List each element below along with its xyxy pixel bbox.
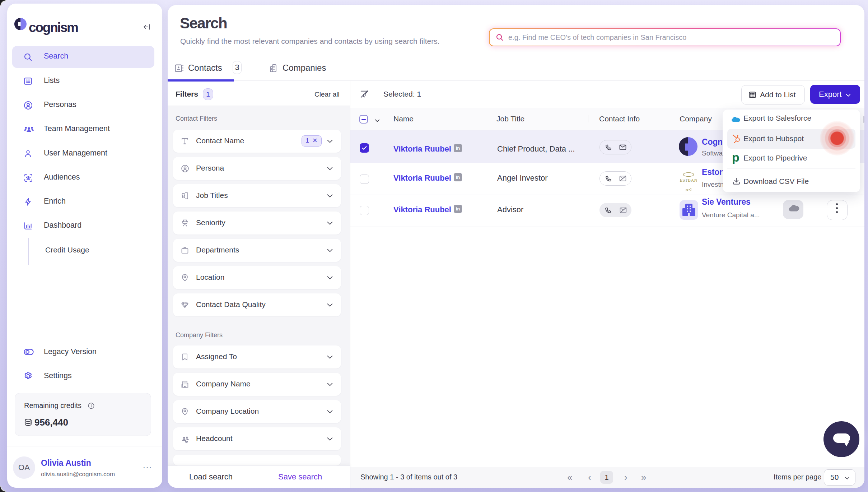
svg-text:ESTBAN: ESTBAN <box>680 178 697 183</box>
